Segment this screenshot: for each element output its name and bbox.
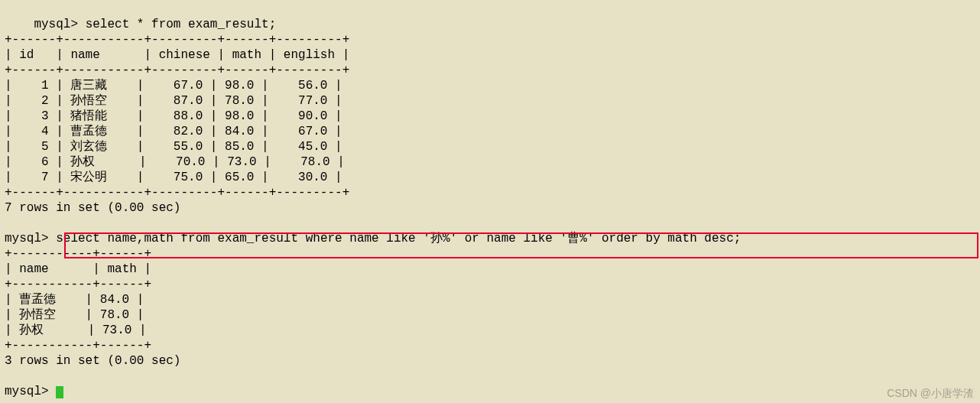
sql-query-2: select name,math from exam_result where … (56, 232, 741, 245)
mysql-prompt: mysql> (5, 385, 56, 398)
table1-border-bot: +------+-----------+---------+------+---… (5, 186, 349, 200)
table2-border-mid: +-----------+------+ (5, 278, 151, 291)
table2-header: | name | math | (5, 262, 151, 276)
table1-row: | 6 | 孙权 | 70.0 | 73.0 | 78.0 | (5, 155, 345, 169)
mysql-prompt: mysql> (5, 232, 56, 245)
watermark-text: CSDN @小唐学渣 (887, 387, 974, 401)
table2-row: | 孙权 | 73.0 | (5, 323, 147, 337)
table1-border-mid: +------+-----------+---------+------+---… (5, 63, 349, 77)
table2-border-top: +-----------+------+ (5, 247, 151, 261)
table1-row: | 5 | 刘玄德 | 55.0 | 85.0 | 45.0 | (5, 140, 342, 154)
table1-row: | 4 | 曹孟德 | 82.0 | 84.0 | 67.0 | (5, 125, 342, 138)
table1-row: | 2 | 孙悟空 | 87.0 | 78.0 | 77.0 | (5, 94, 342, 108)
table2-border-bot: +-----------+------+ (5, 339, 151, 353)
result2-footer: 3 rows in set (0.00 sec) (5, 354, 180, 368)
result1-footer: 7 rows in set (0.00 sec) (5, 201, 180, 215)
sql-query-1: select * from exam_result; (86, 18, 277, 31)
table1-header: | id | name | chinese | math | english | (5, 48, 349, 62)
terminal-cursor[interactable] (56, 386, 63, 398)
table1-row: | 1 | 唐三藏 | 67.0 | 98.0 | 56.0 | (5, 79, 342, 93)
table1-row: | 3 | 猪悟能 | 88.0 | 98.0 | 90.0 | (5, 109, 342, 123)
table2-row: | 孙悟空 | 78.0 | (5, 308, 144, 322)
mysql-prompt: mysql> (34, 18, 85, 31)
table2-row: | 曹孟德 | 84.0 | (5, 293, 144, 307)
table1-row: | 7 | 宋公明 | 75.0 | 65.0 | 30.0 | (5, 171, 342, 184)
terminal-output: mysql> select * from exam_result; +-----… (0, 0, 980, 403)
table1-border-top: +------+-----------+---------+------+---… (5, 33, 349, 47)
